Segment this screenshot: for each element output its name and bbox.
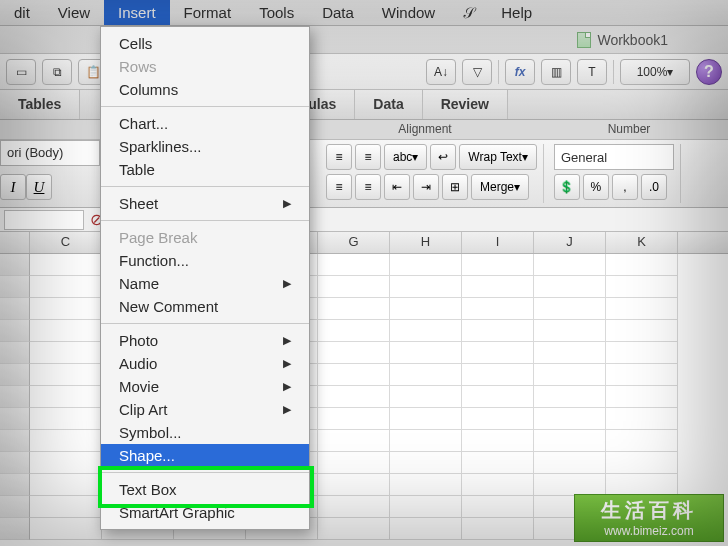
submenu-arrow-icon: ▶ bbox=[283, 277, 291, 290]
watermark-url: www.bimeiz.com bbox=[575, 524, 723, 538]
menu-item-smartart[interactable]: SmartArt Graphic bbox=[101, 501, 309, 524]
indent-more-button[interactable]: ⇥ bbox=[413, 174, 439, 200]
menu-item-pagebreak: Page Break bbox=[101, 226, 309, 249]
number-format-select[interactable]: General bbox=[554, 144, 674, 170]
menu-item-rows: Rows bbox=[101, 55, 309, 78]
help-button[interactable]: ? bbox=[696, 59, 722, 85]
menu-item-sparklines[interactable]: Sparklines... bbox=[101, 135, 309, 158]
sort-button[interactable]: A↓ bbox=[426, 59, 456, 85]
alignment-group: ≡ ≡ abc▾ ↩ Wrap Text ▾ ≡ ≡ ⇤ ⇥ ⊞ Merge ▾ bbox=[320, 144, 544, 203]
menu-script-icon[interactable]: 𝒮 bbox=[449, 0, 487, 26]
wrap-icon: ↩ bbox=[430, 144, 456, 170]
menu-item-sheet[interactable]: Sheet▶ bbox=[101, 192, 309, 215]
menu-view[interactable]: View bbox=[44, 0, 104, 25]
name-box[interactable] bbox=[4, 210, 84, 230]
submenu-arrow-icon: ▶ bbox=[283, 357, 291, 370]
zoom-selector[interactable]: 100% ▾ bbox=[620, 59, 690, 85]
menu-tools[interactable]: Tools bbox=[245, 0, 308, 25]
menu-item-shape[interactable]: Shape... bbox=[101, 444, 309, 467]
merge-button[interactable]: Merge ▾ bbox=[471, 174, 529, 200]
tab-data[interactable]: Data bbox=[355, 90, 422, 119]
col-header[interactable]: G bbox=[318, 232, 390, 253]
submenu-arrow-icon: ▶ bbox=[283, 403, 291, 416]
toolbar-separator bbox=[498, 60, 499, 84]
menu-item-textbox[interactable]: Text Box bbox=[101, 478, 309, 501]
menu-item-cells[interactable]: Cells bbox=[101, 32, 309, 55]
group-label-number: Number bbox=[530, 120, 728, 139]
menu-item-function[interactable]: Function... bbox=[101, 249, 309, 272]
menu-help[interactable]: Help bbox=[487, 0, 546, 25]
orientation-button[interactable]: abc▾ bbox=[384, 144, 427, 170]
menu-item-symbol[interactable]: Symbol... bbox=[101, 421, 309, 444]
textbox-icon: T bbox=[588, 65, 595, 79]
menu-item-name[interactable]: Name▶ bbox=[101, 272, 309, 295]
menu-item-movie[interactable]: Movie▶ bbox=[101, 375, 309, 398]
tab-review[interactable]: Review bbox=[423, 90, 508, 119]
menu-item-table[interactable]: Table bbox=[101, 158, 309, 181]
align-top-button[interactable]: ≡ bbox=[326, 174, 352, 200]
number-format-label: General bbox=[561, 150, 607, 165]
decrease-decimal-button[interactable]: .0 bbox=[641, 174, 667, 200]
system-menubar: dit View Insert Format Tools Data Window… bbox=[0, 0, 728, 26]
col-header[interactable]: C bbox=[30, 232, 102, 253]
textbox-button[interactable]: T bbox=[577, 59, 607, 85]
col-header[interactable]: J bbox=[534, 232, 606, 253]
new-button[interactable]: ▭ bbox=[6, 59, 36, 85]
watermark: 生活百科 www.bimeiz.com bbox=[574, 494, 724, 542]
percent-button[interactable]: % bbox=[583, 174, 609, 200]
chart-button[interactable]: ▥ bbox=[541, 59, 571, 85]
font-name-select[interactable]: ori (Body) bbox=[0, 140, 100, 166]
tab-tables[interactable]: Tables bbox=[0, 90, 80, 119]
fx-toolbar-button[interactable]: fx bbox=[505, 59, 535, 85]
filter-button[interactable]: ▽ bbox=[462, 59, 492, 85]
copy-button[interactable]: ⧉ bbox=[42, 59, 72, 85]
currency-button[interactable]: 💲 bbox=[554, 174, 580, 200]
col-header[interactable]: H bbox=[390, 232, 462, 253]
submenu-arrow-icon: ▶ bbox=[283, 197, 291, 210]
align-left-button[interactable]: ≡ bbox=[326, 144, 352, 170]
menu-item-columns[interactable]: Columns bbox=[101, 78, 309, 101]
workbook-icon bbox=[577, 32, 591, 48]
menu-item-new-comment[interactable]: New Comment bbox=[101, 295, 309, 318]
col-header[interactable]: K bbox=[606, 232, 678, 253]
toolbar-separator bbox=[613, 60, 614, 84]
align-center-button[interactable]: ≡ bbox=[355, 144, 381, 170]
group-label-alignment: Alignment bbox=[320, 120, 530, 139]
workbook-title: Workbook1 bbox=[597, 32, 668, 48]
insert-menu-dropdown: Cells Rows Columns Chart... Sparklines..… bbox=[100, 26, 310, 530]
wrap-label: Wrap Text bbox=[468, 150, 522, 164]
submenu-arrow-icon: ▶ bbox=[283, 334, 291, 347]
abc-label: abc bbox=[393, 150, 412, 164]
underline-button[interactable]: U bbox=[26, 174, 52, 200]
chart-icon: ▥ bbox=[551, 65, 562, 79]
submenu-arrow-icon: ▶ bbox=[283, 380, 291, 393]
menu-window[interactable]: Window bbox=[368, 0, 449, 25]
menu-item-photo[interactable]: Photo▶ bbox=[101, 329, 309, 352]
zoom-value: 100% bbox=[637, 65, 668, 79]
menu-format[interactable]: Format bbox=[170, 0, 246, 25]
wrap-text-button[interactable]: Wrap Text ▾ bbox=[459, 144, 537, 170]
menu-edit[interactable]: dit bbox=[0, 0, 44, 25]
funnel-icon: ▽ bbox=[473, 65, 482, 79]
align-middle-button[interactable]: ≡ bbox=[355, 174, 381, 200]
merge-label: Merge bbox=[480, 180, 514, 194]
comma-button[interactable]: , bbox=[612, 174, 638, 200]
menu-item-audio[interactable]: Audio▶ bbox=[101, 352, 309, 375]
page-icon: ▭ bbox=[16, 65, 27, 79]
corner-cell[interactable] bbox=[0, 232, 30, 253]
number-group: General 💲 % , .0 bbox=[548, 144, 681, 203]
italic-button[interactable]: I bbox=[0, 174, 26, 200]
menu-insert[interactable]: Insert bbox=[104, 0, 170, 25]
watermark-title: 生活百科 bbox=[575, 497, 723, 524]
col-header[interactable]: I bbox=[462, 232, 534, 253]
merge-icon: ⊞ bbox=[442, 174, 468, 200]
sort-icon: A↓ bbox=[434, 65, 448, 79]
menu-data[interactable]: Data bbox=[308, 0, 368, 25]
copy-icon: ⧉ bbox=[53, 65, 62, 79]
clipboard-icon: 📋 bbox=[86, 65, 101, 79]
indent-less-button[interactable]: ⇤ bbox=[384, 174, 410, 200]
font-group-fragment: ori (Body) I U bbox=[0, 140, 100, 200]
menu-item-chart[interactable]: Chart... bbox=[101, 112, 309, 135]
menu-item-clipart[interactable]: Clip Art▶ bbox=[101, 398, 309, 421]
